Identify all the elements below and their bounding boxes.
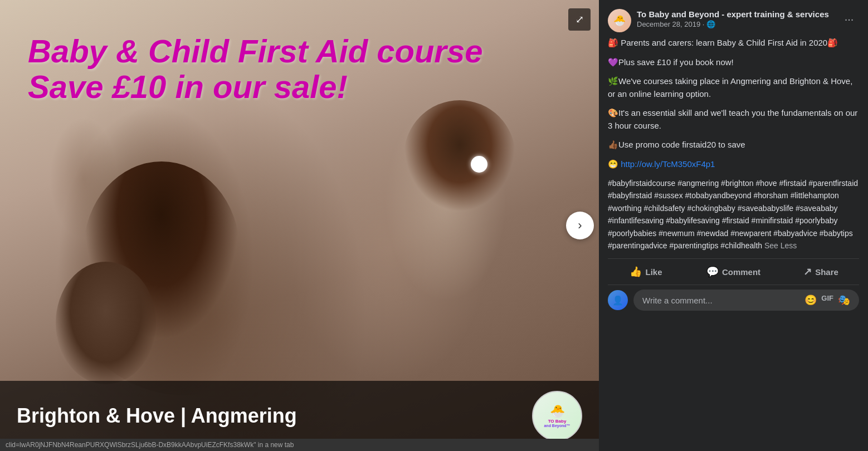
post-image: Baby & Child First Aid course Save £10 i… (0, 0, 599, 451)
commenter-avatar: 👤 (608, 290, 628, 310)
share-button[interactable]: ↗ Share (778, 261, 864, 282)
brand-logo: 🐣 TO Baby and Beyond™ (532, 391, 582, 441)
like-button[interactable]: 👍 Like (603, 261, 689, 282)
post-link[interactable]: 😁 http://ow.ly/TcM350xF4p1 (608, 158, 859, 171)
comment-icon: 💬 (706, 266, 719, 278)
sticker-button[interactable]: 🎭 (838, 294, 850, 306)
title-line2: Save £10 in our sale! (28, 69, 482, 105)
image-title: Baby & Child First Aid course Save £10 i… (28, 33, 482, 105)
page-name[interactable]: To Baby and Beyond - expert training & s… (637, 9, 833, 20)
post-body: 🎒 Parents and carers: learn Baby & Child… (599, 37, 868, 258)
next-arrow[interactable]: › (566, 212, 594, 239)
comment-label: Comment (722, 267, 760, 277)
facebook-post-card: 🐣 To Baby and Beyond - expert training &… (599, 0, 868, 451)
like-icon: 👍 (630, 266, 642, 278)
emoji-button[interactable]: 😊 (804, 294, 817, 306)
title-line1: Baby & Child First Aid course (28, 33, 482, 69)
post-meta: To Baby and Beyond - expert training & s… (637, 9, 833, 28)
external-link[interactable]: http://ow.ly/TcM350xF4p1 (621, 159, 715, 169)
share-label: Share (815, 267, 838, 277)
post-paragraph-1: 🎒 Parents and carers: learn Baby & Child… (608, 37, 859, 50)
expand-icon: ⤢ (576, 13, 584, 26)
post-sidebar: 🐣 To Baby and Beyond - expert training &… (599, 0, 868, 451)
comment-area: 👤 Write a comment... 😊 GIF 🎭 (599, 285, 868, 317)
post-paragraph-5: 👍🏾Use promo code firstaid20 to save (608, 139, 859, 151)
post-paragraph-2: 💜Plus save £10 if you book now! (608, 56, 859, 69)
post-paragraph-4: 🎨It's an essential skill and we'll teach… (608, 107, 859, 132)
location-text: Brighton & Hove | Angmering (17, 404, 297, 428)
action-bar: 👍 Like 💬 Comment ↗ Share (599, 259, 868, 285)
url-bar: clid=lwAR0jNJFNbN4ReanPURXQWlSbrzSLju6bB… (0, 439, 599, 451)
comment-placeholder[interactable]: Write a comment... (642, 296, 713, 305)
expand-button[interactable]: ⤢ (568, 8, 591, 31)
page-avatar[interactable]: 🐣 (608, 9, 631, 32)
comment-input-wrap[interactable]: Write a comment... 😊 GIF 🎭 (633, 290, 859, 311)
comment-icons: 😊 GIF 🎭 (804, 294, 850, 306)
like-label: Like (645, 267, 662, 277)
hashtags: #babyfirstaidcourse #angmering #brighton… (608, 177, 859, 252)
share-icon: ↗ (803, 266, 812, 278)
see-less-button[interactable]: See Less (764, 241, 797, 250)
comment-button[interactable]: 💬 Comment (691, 261, 776, 282)
post-date: December 28, 2019 · 🌐 (637, 20, 833, 28)
more-options-button[interactable]: ··· (839, 9, 859, 29)
post-paragraph-3: 🌿We've courses taking place in Angmering… (608, 75, 859, 100)
gif-button[interactable]: GIF (821, 294, 833, 306)
post-header: 🐣 To Baby and Beyond - expert training &… (599, 0, 868, 37)
carousel-next[interactable]: › (566, 212, 594, 239)
